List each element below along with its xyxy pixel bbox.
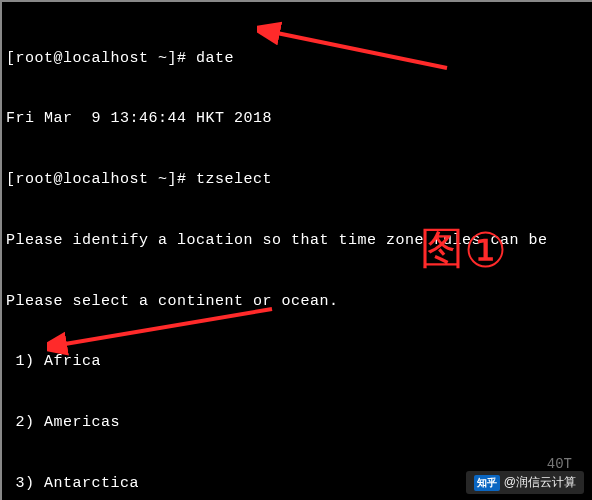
zhihu-watermark: 知乎 @润信云计算 [466,471,584,494]
zhihu-logo-icon: 知乎 [474,475,500,491]
tzselect-prompt-identify: Please identify a location so that time … [6,231,588,251]
background-text: 40T [547,456,572,472]
tzselect-prompt-continent: Please select a continent or ocean. [6,292,588,312]
continent-option: 2) Americas [6,413,588,433]
shell-prompt: [root@localhost ~]# [6,171,187,188]
prompt-line-1: [root@localhost ~]# date [6,49,588,69]
command-date: date [196,50,234,67]
zhihu-username: @润信云计算 [504,474,576,491]
terminal[interactable]: [root@localhost ~]# date Fri Mar 9 13:46… [2,2,592,500]
command-tzselect: tzselect [196,171,272,188]
prompt-line-2: [root@localhost ~]# tzselect [6,170,588,190]
shell-prompt: [root@localhost ~]# [6,50,187,67]
continent-option: 1) Africa [6,352,588,372]
date-output: Fri Mar 9 13:46:44 HKT 2018 [6,109,588,129]
